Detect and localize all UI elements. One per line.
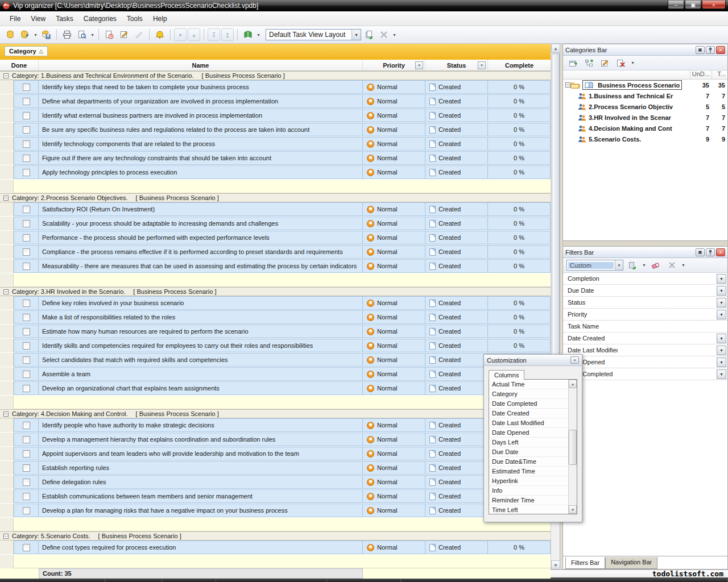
- dialog-close-button[interactable]: ×: [570, 356, 579, 364]
- filter-dropdown-button[interactable]: ▾: [717, 357, 726, 367]
- menu-item-view[interactable]: View: [26, 13, 51, 25]
- task-name-cell[interactable]: Identify technology components that are …: [39, 137, 363, 151]
- task-done-checkbox[interactable]: [23, 234, 30, 242]
- task-row[interactable]: Make a list of responsibilities related …: [0, 310, 551, 324]
- task-done-checkbox[interactable]: [23, 544, 30, 551]
- task-name-cell[interactable]: Develop a plan for managing risks that h…: [39, 504, 363, 517]
- task-row[interactable]: Establish reporting rulesNormalCreated0 …: [0, 461, 551, 475]
- task-row[interactable]: Develop a plan for managing risks that h…: [0, 504, 551, 517]
- save-database-button[interactable]: [39, 28, 53, 41]
- column-list-item[interactable]: Time Left: [489, 505, 568, 514]
- view-layout-dropdown[interactable]: ▾: [256, 32, 261, 38]
- task-row[interactable]: Identify what external business partners…: [0, 109, 551, 122]
- list-scrollbar[interactable]: ▴ ▾: [568, 380, 577, 514]
- category-tree-row[interactable]: 3.HR Involved in the Scenar77: [563, 112, 727, 123]
- task-status-cell[interactable]: Created: [425, 447, 488, 460]
- category-tree-row[interactable]: 2.Process Scenario Objectiv55: [563, 101, 727, 112]
- filter-row[interactable]: Date Created▾: [563, 332, 727, 344]
- task-properties-button[interactable]: [132, 28, 146, 41]
- task-name-cell[interactable]: Develop an organizational chart that exp…: [39, 381, 363, 395]
- task-name-cell[interactable]: Measurability - there are measures that …: [39, 259, 363, 273]
- task-priority-cell[interactable]: Normal: [363, 418, 425, 432]
- task-row[interactable]: Define delegation rulesNormalCreated0 %: [0, 475, 551, 489]
- task-priority-cell[interactable]: Normal: [363, 259, 425, 273]
- task-row[interactable]: Performance - the process should be perf…: [0, 231, 551, 244]
- print-preview-button[interactable]: [75, 28, 89, 41]
- task-row[interactable]: Establish communications between team me…: [0, 489, 551, 503]
- task-priority-cell[interactable]: Normal: [363, 367, 425, 381]
- column-list-item[interactable]: Date Last Modified: [489, 418, 568, 428]
- task-done-checkbox[interactable]: [23, 422, 30, 429]
- filter-dropdown-button[interactable]: ▾: [717, 274, 726, 284]
- category-tree-row[interactable]: 5.Scenario Costs.99: [563, 134, 727, 144]
- task-name-cell[interactable]: Define cost types required for process e…: [39, 541, 363, 554]
- delete-filter-button[interactable]: [665, 259, 679, 272]
- task-done-checkbox[interactable]: [23, 314, 30, 321]
- task-priority-cell[interactable]: Normal: [363, 381, 425, 395]
- task-done-checkbox[interactable]: [23, 140, 30, 148]
- status-filter-button[interactable]: ▾: [478, 61, 486, 69]
- category-tree-row[interactable]: 4.Decision Making and Cont77: [563, 123, 727, 134]
- task-done-checkbox[interactable]: [23, 300, 30, 307]
- column-list-item[interactable]: Due Date&Time: [489, 457, 568, 467]
- task-name-cell[interactable]: Identify skills and competencies require…: [39, 339, 363, 352]
- filter-preset-dropdown[interactable]: ▾: [615, 260, 623, 270]
- task-name-cell[interactable]: Identify people who have authority to ma…: [39, 418, 363, 432]
- task-status-cell[interactable]: Created: [425, 418, 488, 432]
- move-down-button[interactable]: ▾: [174, 28, 187, 41]
- task-name-cell[interactable]: Figure out if there are any technology c…: [39, 151, 363, 165]
- collapse-icon[interactable]: −: [3, 534, 9, 539]
- task-row[interactable]: Identify skills and competencies require…: [0, 339, 551, 352]
- filter-row[interactable]: Priority▾: [563, 309, 727, 321]
- task-row[interactable]: Scalability - your process should be ada…: [0, 217, 551, 230]
- task-row[interactable]: Figure out if there are any technology c…: [0, 151, 551, 165]
- task-priority-cell[interactable]: Normal: [363, 489, 425, 503]
- print-button[interactable]: [60, 28, 74, 41]
- open-database-dropdown[interactable]: ▾: [33, 32, 38, 38]
- collapsed-panel-strip[interactable]: [562, 241, 728, 246]
- collapse-icon[interactable]: −: [3, 289, 9, 294]
- task-row[interactable]: Identify technology components that are …: [0, 137, 551, 151]
- task-name-cell[interactable]: Develop a management hierarchy that expl…: [39, 433, 363, 446]
- task-name-cell[interactable]: Establish communications between team me…: [39, 489, 363, 503]
- task-priority-cell[interactable]: Normal: [363, 137, 425, 151]
- priority-filter-button[interactable]: ▾: [415, 61, 423, 69]
- task-priority-cell[interactable]: Normal: [363, 123, 425, 136]
- task-status-cell[interactable]: Created: [425, 137, 488, 151]
- view-layout-button[interactable]: [241, 28, 255, 41]
- clear-filter-button[interactable]: [649, 259, 663, 272]
- task-status-cell[interactable]: Created: [425, 296, 488, 310]
- task-name-cell[interactable]: Identify what external business partners…: [39, 109, 363, 122]
- column-list-item[interactable]: Category: [489, 389, 568, 399]
- task-name-cell[interactable]: Identify key steps that need to be taken…: [39, 80, 363, 94]
- column-list-item[interactable]: Date Opened: [489, 428, 568, 438]
- column-header-total[interactable]: T...: [712, 70, 727, 79]
- tab-filters-bar[interactable]: Filters Bar: [565, 557, 605, 569]
- delete-layout-button[interactable]: [377, 28, 391, 41]
- tree-collapse-icon[interactable]: −: [565, 82, 570, 88]
- task-done-checkbox[interactable]: [23, 493, 30, 500]
- column-list-item[interactable]: Days Left: [489, 438, 568, 447]
- panel-pin-button[interactable]: [706, 248, 715, 256]
- task-priority-cell[interactable]: Normal: [363, 296, 425, 310]
- filter-row[interactable]: Status▾: [563, 297, 727, 309]
- dialog-title-bar[interactable]: Customization ×: [484, 355, 582, 366]
- task-priority-cell[interactable]: Normal: [363, 231, 425, 244]
- task-status-cell[interactable]: Created: [425, 325, 488, 338]
- task-done-checkbox[interactable]: [23, 436, 30, 443]
- column-header-priority[interactable]: Priority▾: [363, 60, 425, 70]
- category-group-row[interactable]: −Category: 3.HR Involved in the Scenario…: [0, 287, 551, 296]
- task-priority-cell[interactable]: Normal: [363, 339, 425, 352]
- scroll-thumb[interactable]: [569, 430, 577, 465]
- filter-row[interactable]: Due Date▾: [563, 285, 727, 297]
- task-status-cell[interactable]: Created: [425, 109, 488, 122]
- panel-restore-button[interactable]: ▣: [696, 46, 705, 54]
- scroll-down-button[interactable]: ▾: [569, 505, 577, 514]
- task-priority-cell[interactable]: Normal: [363, 109, 425, 122]
- menu-item-categories[interactable]: Categories: [78, 13, 122, 25]
- menu-item-file[interactable]: File: [5, 13, 26, 25]
- task-priority-cell[interactable]: Normal: [363, 217, 425, 230]
- task-priority-cell[interactable]: Normal: [363, 94, 425, 108]
- task-row[interactable]: Develop a management hierarchy that expl…: [0, 433, 551, 446]
- task-name-cell[interactable]: Appoint supervisors and team leaders who…: [39, 447, 363, 460]
